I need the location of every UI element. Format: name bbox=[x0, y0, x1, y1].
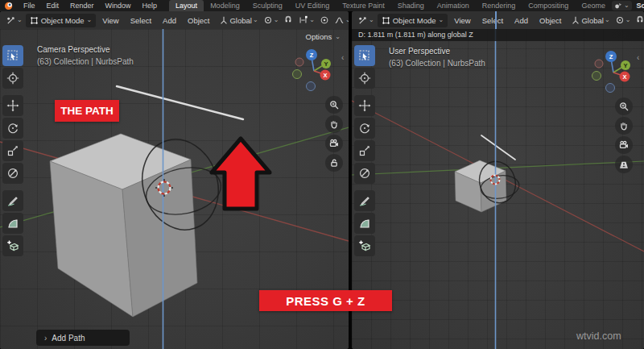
workspace-tabs: Layout Modeling Sculpting UV Editing Tex… bbox=[169, 0, 612, 11]
sidebar-collapse-icon[interactable]: ‹ bbox=[341, 53, 344, 62]
navigation-gizmo[interactable]: Z Y X bbox=[589, 48, 639, 97]
gizmo-neg-x[interactable] bbox=[595, 60, 603, 68]
tool-measure[interactable] bbox=[2, 213, 23, 234]
tool-cursor[interactable] bbox=[354, 68, 375, 89]
viewport-left-header: ⌄ Object Mode ⌄ View Select Add Object bbox=[0, 11, 349, 29]
chevron-down-icon: ⌄ bbox=[253, 18, 258, 23]
orientation-axes-icon bbox=[571, 15, 580, 25]
pivot-point-dropdown[interactable]: ⌄ bbox=[262, 15, 281, 25]
proportional-editing-toggle[interactable] bbox=[318, 15, 331, 25]
zoom-button[interactable] bbox=[615, 98, 633, 115]
tool-move[interactable] bbox=[354, 95, 375, 116]
sidebar-collapse-icon[interactable]: ‹ bbox=[637, 53, 639, 62]
pan-hand-button[interactable] bbox=[325, 115, 343, 133]
camera-view-button[interactable] bbox=[325, 135, 343, 152]
tab-uv-editing[interactable]: UV Editing bbox=[289, 0, 336, 11]
camera-view-button[interactable] bbox=[615, 136, 633, 154]
scene-pill[interactable]: ⌄ bbox=[612, 1, 632, 10]
gizmo-neg-y[interactable] bbox=[592, 72, 601, 81]
perspective-grid-button[interactable] bbox=[615, 156, 633, 173]
mode-dropdown[interactable]: Object Mode ⌄ bbox=[26, 14, 97, 27]
nurbs-path-object[interactable] bbox=[117, 86, 243, 119]
tool-add-cube[interactable] bbox=[2, 235, 23, 256]
pivot-point-dropdown[interactable]: ⌄ bbox=[613, 15, 633, 25]
zoom-button[interactable] bbox=[325, 96, 343, 114]
menu-object[interactable]: Object bbox=[183, 16, 214, 25]
gizmo-neg-z[interactable] bbox=[606, 84, 615, 93]
mode-label: Object Mode bbox=[41, 16, 85, 25]
gizmo-neg-z[interactable] bbox=[307, 82, 316, 91]
tab-shading[interactable]: Shading bbox=[391, 0, 431, 11]
menu-add[interactable]: Add bbox=[510, 16, 533, 25]
gizmo-neg-x[interactable] bbox=[295, 58, 303, 66]
viewport-nav-buttons bbox=[325, 96, 343, 172]
snap-toggle[interactable] bbox=[634, 15, 644, 25]
tool-add-cube[interactable] bbox=[354, 235, 375, 256]
scene-selector[interactable]: ⌄ Scene bbox=[612, 1, 644, 10]
menu-select[interactable]: Select bbox=[477, 16, 508, 25]
tab-rendering[interactable]: Rendering bbox=[476, 0, 522, 11]
viewport-right-canvas[interactable]: D: 1.811 m (1.811 m) along global Z bbox=[352, 29, 644, 349]
menu-edit[interactable]: Edit bbox=[41, 0, 65, 11]
chevron-down-icon: ⌄ bbox=[624, 3, 630, 8]
menu-select[interactable]: Select bbox=[126, 16, 156, 25]
tool-scale[interactable] bbox=[2, 140, 23, 161]
menu-view[interactable]: View bbox=[449, 16, 475, 25]
gizmo-neg-y[interactable] bbox=[293, 70, 302, 79]
editor-type-dropdown[interactable]: ⌄ bbox=[356, 15, 376, 26]
viewport-right[interactable]: ⌄ Object Mode ⌄ View Select Add Object bbox=[352, 11, 644, 349]
menu-view[interactable]: View bbox=[97, 16, 123, 25]
menu-add[interactable]: Add bbox=[158, 16, 181, 25]
scene-icon bbox=[614, 2, 622, 10]
tool-annotate[interactable] bbox=[2, 190, 23, 211]
cube-object[interactable] bbox=[50, 134, 197, 317]
menu-help[interactable]: Help bbox=[137, 0, 163, 11]
menu-file[interactable]: File bbox=[18, 0, 41, 11]
tab-texture-paint[interactable]: Texture Paint bbox=[336, 0, 391, 11]
menu-render[interactable]: Render bbox=[64, 0, 100, 11]
chevron-down-icon: ⌄ bbox=[335, 35, 341, 39]
z-constraint-line-header bbox=[495, 11, 497, 29]
press-g-z-callout: PRESS G + Z bbox=[259, 290, 392, 311]
tool-annotate[interactable] bbox=[354, 190, 375, 211]
tab-animation[interactable]: Animation bbox=[431, 0, 476, 11]
camera-lock-button[interactable] bbox=[325, 154, 343, 172]
topbar: File Edit Render Window Help Layout Mode… bbox=[0, 0, 644, 11]
add-path-operator-panel[interactable]: › Add Path bbox=[36, 330, 130, 346]
tool-rotate[interactable] bbox=[2, 118, 23, 139]
proportional-falloff-dropdown[interactable]: ⌄ bbox=[332, 15, 349, 25]
toolbar-right bbox=[354, 45, 376, 256]
transform-orientation-dropdown[interactable]: Global ⌄ bbox=[569, 15, 611, 25]
tool-transform[interactable] bbox=[2, 163, 23, 184]
tool-move[interactable] bbox=[2, 95, 23, 116]
mode-dropdown[interactable]: Object Mode ⌄ bbox=[378, 14, 448, 27]
tool-transform[interactable] bbox=[354, 163, 375, 184]
pan-hand-button[interactable] bbox=[615, 117, 633, 135]
chevron-down-icon: ⌄ bbox=[625, 18, 631, 23]
tab-modeling[interactable]: Modeling bbox=[204, 0, 246, 11]
chevron-down-icon: ⌄ bbox=[369, 18, 374, 23]
snap-target-dropdown[interactable]: ⌄ bbox=[296, 15, 316, 25]
tab-layout[interactable]: Layout bbox=[169, 0, 204, 11]
menu-window[interactable]: Window bbox=[100, 0, 137, 11]
tool-select-box[interactable] bbox=[2, 45, 23, 66]
orientation-label: Global bbox=[581, 16, 603, 25]
chevron-down-icon: ⌄ bbox=[17, 18, 23, 23]
nurbs-path-object[interactable] bbox=[481, 135, 515, 160]
viewport-nav-buttons bbox=[615, 98, 633, 173]
tool-select-box[interactable] bbox=[354, 45, 375, 66]
tool-rotate[interactable] bbox=[354, 118, 375, 139]
tool-scale[interactable] bbox=[354, 140, 375, 161]
snap-toggle[interactable] bbox=[282, 15, 295, 25]
tool-measure[interactable] bbox=[354, 213, 375, 234]
editor-type-dropdown[interactable]: ⌄ bbox=[4, 15, 24, 26]
tab-sculpting[interactable]: Sculpting bbox=[246, 0, 289, 11]
menu-object[interactable]: Object bbox=[535, 16, 566, 25]
tab-geometry-nodes[interactable]: Geome bbox=[575, 0, 612, 11]
transform-orientation-dropdown[interactable]: Global ⌄ bbox=[217, 15, 259, 25]
collection-info: (63) Collection | NurbsPath bbox=[389, 59, 485, 68]
options-dropdown[interactable]: Options ⌄ bbox=[306, 32, 341, 41]
tool-cursor[interactable] bbox=[2, 68, 23, 89]
navigation-gizmo[interactable]: Z Y X bbox=[290, 47, 340, 95]
tab-compositing[interactable]: Compositing bbox=[522, 0, 575, 11]
